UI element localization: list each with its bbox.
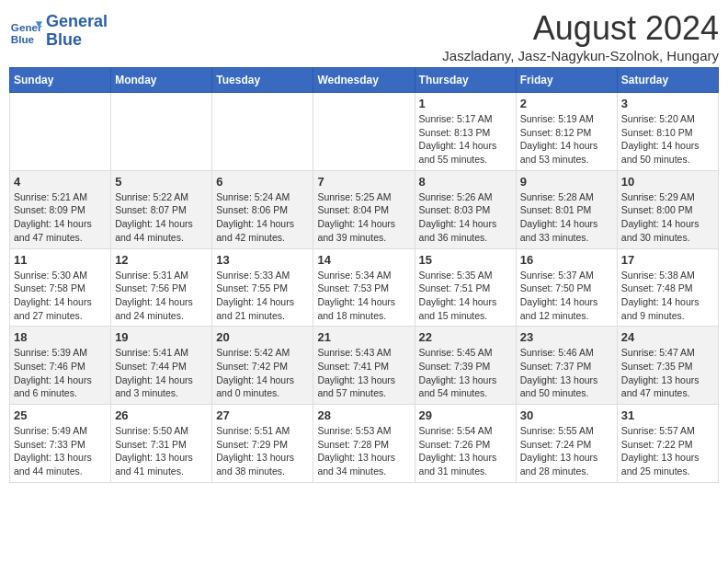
- calendar-cell: 29Sunrise: 5:54 AMSunset: 7:26 PMDayligh…: [415, 405, 516, 483]
- calendar-header-row: Sunday Monday Tuesday Wednesday Thursday…: [10, 68, 719, 93]
- day-number: 8: [419, 175, 512, 189]
- calendar-cell: 28Sunrise: 5:53 AMSunset: 7:28 PMDayligh…: [313, 405, 415, 483]
- calendar-cell: 22Sunrise: 5:45 AMSunset: 7:39 PMDayligh…: [415, 327, 516, 405]
- calendar-cell: 17Sunrise: 5:38 AMSunset: 7:48 PMDayligh…: [617, 248, 718, 327]
- day-number: 6: [216, 175, 309, 189]
- calendar-cell: 4Sunrise: 5:21 AMSunset: 8:09 PMDaylight…: [10, 170, 111, 248]
- calendar-cell: 16Sunrise: 5:37 AMSunset: 7:50 PMDayligh…: [516, 248, 617, 327]
- calendar-week-row: 18Sunrise: 5:39 AMSunset: 7:46 PMDayligh…: [10, 327, 719, 405]
- day-info: Sunrise: 5:34 AMSunset: 7:53 PMDaylight:…: [317, 269, 410, 323]
- day-info: Sunrise: 5:33 AMSunset: 7:55 PMDaylight:…: [216, 269, 309, 323]
- calendar-cell: 1Sunrise: 5:17 AMSunset: 8:13 PMDaylight…: [415, 93, 516, 171]
- day-info: Sunrise: 5:26 AMSunset: 8:03 PMDaylight:…: [419, 190, 512, 245]
- col-friday: Friday: [516, 68, 617, 93]
- day-number: 22: [419, 330, 512, 344]
- logo-line1: General: [46, 12, 108, 30]
- day-info: Sunrise: 5:53 AMSunset: 7:28 PMDaylight:…: [317, 424, 410, 478]
- day-number: 25: [14, 408, 107, 422]
- calendar-cell: [212, 93, 313, 171]
- calendar-cell: 14Sunrise: 5:34 AMSunset: 7:53 PMDayligh…: [313, 248, 415, 327]
- calendar-cell: 23Sunrise: 5:46 AMSunset: 7:37 PMDayligh…: [516, 327, 617, 405]
- day-info: Sunrise: 5:43 AMSunset: 7:41 PMDaylight:…: [317, 346, 410, 400]
- calendar-cell: 9Sunrise: 5:28 AMSunset: 8:01 PMDaylight…: [516, 170, 617, 248]
- calendar-cell: 18Sunrise: 5:39 AMSunset: 7:46 PMDayligh…: [10, 327, 111, 405]
- day-number: 24: [621, 330, 714, 344]
- day-number: 26: [115, 408, 208, 422]
- calendar-cell: 10Sunrise: 5:29 AMSunset: 8:00 PMDayligh…: [617, 170, 718, 248]
- svg-text:Blue: Blue: [11, 32, 35, 44]
- day-info: Sunrise: 5:38 AMSunset: 7:48 PMDaylight:…: [621, 269, 714, 323]
- day-info: Sunrise: 5:47 AMSunset: 7:35 PMDaylight:…: [621, 346, 714, 400]
- day-number: 4: [14, 175, 107, 189]
- title-block: August 2024 Jaszladany, Jasz-Nagykun-Szo…: [442, 9, 719, 63]
- day-number: 18: [14, 330, 107, 344]
- day-info: Sunrise: 5:35 AMSunset: 7:51 PMDaylight:…: [419, 269, 512, 323]
- day-number: 21: [317, 330, 410, 344]
- day-number: 17: [621, 253, 714, 267]
- day-info: Sunrise: 5:51 AMSunset: 7:29 PMDaylight:…: [216, 424, 309, 478]
- calendar-cell: 7Sunrise: 5:25 AMSunset: 8:04 PMDaylight…: [313, 170, 415, 248]
- calendar-cell: 11Sunrise: 5:30 AMSunset: 7:58 PMDayligh…: [10, 248, 111, 327]
- col-sunday: Sunday: [10, 68, 111, 93]
- month-year-title: August 2024: [442, 9, 719, 48]
- calendar-cell: 25Sunrise: 5:49 AMSunset: 7:33 PMDayligh…: [10, 405, 111, 483]
- col-wednesday: Wednesday: [313, 68, 415, 93]
- day-info: Sunrise: 5:46 AMSunset: 7:37 PMDaylight:…: [520, 346, 613, 400]
- location-subtitle: Jaszladany, Jasz-Nagykun-Szolnok, Hungar…: [442, 48, 719, 63]
- day-info: Sunrise: 5:20 AMSunset: 8:10 PMDaylight:…: [621, 112, 714, 167]
- day-number: 10: [621, 175, 714, 189]
- calendar-cell: [111, 93, 212, 171]
- day-info: Sunrise: 5:28 AMSunset: 8:01 PMDaylight:…: [520, 190, 613, 245]
- day-number: 13: [216, 253, 309, 267]
- day-number: 9: [520, 175, 613, 189]
- calendar-cell: 2Sunrise: 5:19 AMSunset: 8:12 PMDaylight…: [516, 93, 617, 171]
- day-number: 20: [216, 330, 309, 344]
- calendar-cell: [313, 93, 415, 171]
- day-number: 7: [317, 175, 410, 189]
- day-info: Sunrise: 5:29 AMSunset: 8:00 PMDaylight:…: [621, 190, 714, 245]
- day-info: Sunrise: 5:17 AMSunset: 8:13 PMDaylight:…: [419, 112, 512, 167]
- calendar-table: Sunday Monday Tuesday Wednesday Thursday…: [9, 67, 719, 483]
- day-info: Sunrise: 5:37 AMSunset: 7:50 PMDaylight:…: [520, 269, 613, 323]
- calendar-week-row: 1Sunrise: 5:17 AMSunset: 8:13 PMDaylight…: [10, 93, 719, 171]
- day-info: Sunrise: 5:57 AMSunset: 7:22 PMDaylight:…: [621, 424, 714, 478]
- day-number: 14: [317, 253, 410, 267]
- calendar-cell: 30Sunrise: 5:55 AMSunset: 7:24 PMDayligh…: [516, 405, 617, 483]
- day-info: Sunrise: 5:25 AMSunset: 8:04 PMDaylight:…: [317, 190, 410, 245]
- day-number: 27: [216, 408, 309, 422]
- calendar-cell: 31Sunrise: 5:57 AMSunset: 7:22 PMDayligh…: [617, 405, 718, 483]
- day-info: Sunrise: 5:24 AMSunset: 8:06 PMDaylight:…: [216, 190, 309, 245]
- day-info: Sunrise: 5:19 AMSunset: 8:12 PMDaylight:…: [520, 112, 613, 167]
- day-number: 30: [520, 408, 613, 422]
- col-tuesday: Tuesday: [212, 68, 313, 93]
- day-info: Sunrise: 5:45 AMSunset: 7:39 PMDaylight:…: [419, 346, 512, 400]
- col-thursday: Thursday: [415, 68, 516, 93]
- logo: General Blue General Blue: [9, 13, 108, 50]
- day-number: 1: [419, 97, 512, 110]
- day-number: 5: [115, 175, 208, 189]
- calendar-cell: 8Sunrise: 5:26 AMSunset: 8:03 PMDaylight…: [415, 170, 516, 248]
- calendar-cell: 26Sunrise: 5:50 AMSunset: 7:31 PMDayligh…: [111, 405, 212, 483]
- logo-icon: General Blue: [9, 15, 42, 48]
- header: General Blue General Blue August 2024 Ja…: [9, 9, 719, 63]
- day-number: 23: [520, 330, 613, 344]
- calendar-cell: 21Sunrise: 5:43 AMSunset: 7:41 PMDayligh…: [313, 327, 415, 405]
- calendar-week-row: 4Sunrise: 5:21 AMSunset: 8:09 PMDaylight…: [10, 170, 719, 248]
- day-number: 31: [621, 408, 714, 422]
- col-saturday: Saturday: [617, 68, 718, 93]
- calendar-cell: 12Sunrise: 5:31 AMSunset: 7:56 PMDayligh…: [111, 248, 212, 327]
- calendar-cell: 3Sunrise: 5:20 AMSunset: 8:10 PMDaylight…: [617, 93, 718, 171]
- day-number: 19: [115, 330, 208, 344]
- day-info: Sunrise: 5:39 AMSunset: 7:46 PMDaylight:…: [14, 346, 107, 400]
- calendar-cell: 19Sunrise: 5:41 AMSunset: 7:44 PMDayligh…: [111, 327, 212, 405]
- day-info: Sunrise: 5:54 AMSunset: 7:26 PMDaylight:…: [419, 424, 512, 478]
- day-info: Sunrise: 5:21 AMSunset: 8:09 PMDaylight:…: [14, 190, 107, 245]
- calendar-cell: 5Sunrise: 5:22 AMSunset: 8:07 PMDaylight…: [111, 170, 212, 248]
- day-info: Sunrise: 5:49 AMSunset: 7:33 PMDaylight:…: [14, 424, 107, 478]
- day-info: Sunrise: 5:30 AMSunset: 7:58 PMDaylight:…: [14, 269, 107, 323]
- day-info: Sunrise: 5:42 AMSunset: 7:42 PMDaylight:…: [216, 346, 309, 400]
- day-info: Sunrise: 5:22 AMSunset: 8:07 PMDaylight:…: [115, 190, 208, 245]
- day-info: Sunrise: 5:41 AMSunset: 7:44 PMDaylight:…: [115, 346, 208, 400]
- day-info: Sunrise: 5:31 AMSunset: 7:56 PMDaylight:…: [115, 269, 208, 323]
- day-number: 16: [520, 253, 613, 267]
